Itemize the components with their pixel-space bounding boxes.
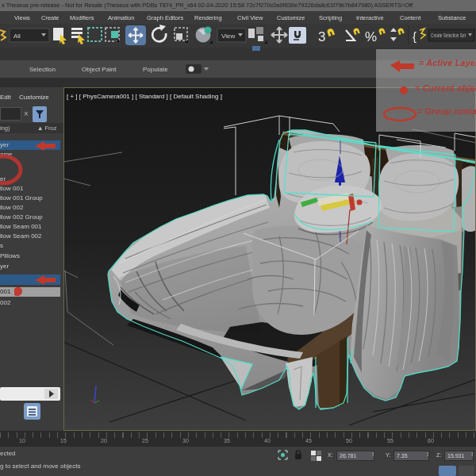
svg-text:[ + ] [ PhysCamera001 ] [ Stan: [ + ] [ PhysCamera001 ] [ Standard ] [ D… <box>67 93 222 100</box>
svg-text:%: % <box>365 29 377 44</box>
svg-text:All: All <box>13 33 21 40</box>
svg-text:3: 3 <box>318 29 325 44</box>
svg-text:{: { <box>413 29 416 43</box>
svg-text:Create Selection Set: Create Selection Set <box>431 33 466 38</box>
svg-text:View: View <box>221 33 235 40</box>
